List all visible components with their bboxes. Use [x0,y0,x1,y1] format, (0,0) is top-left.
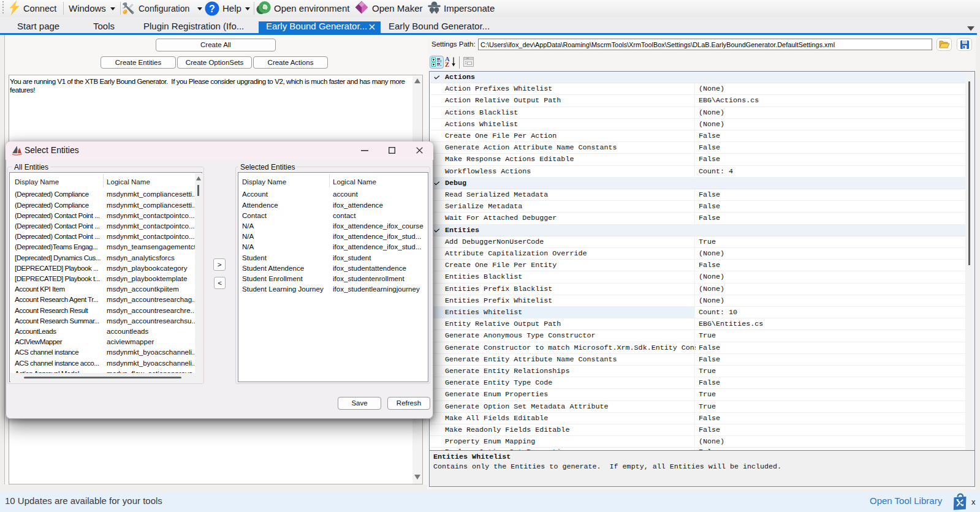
svg-text:?: ? [209,4,215,14]
